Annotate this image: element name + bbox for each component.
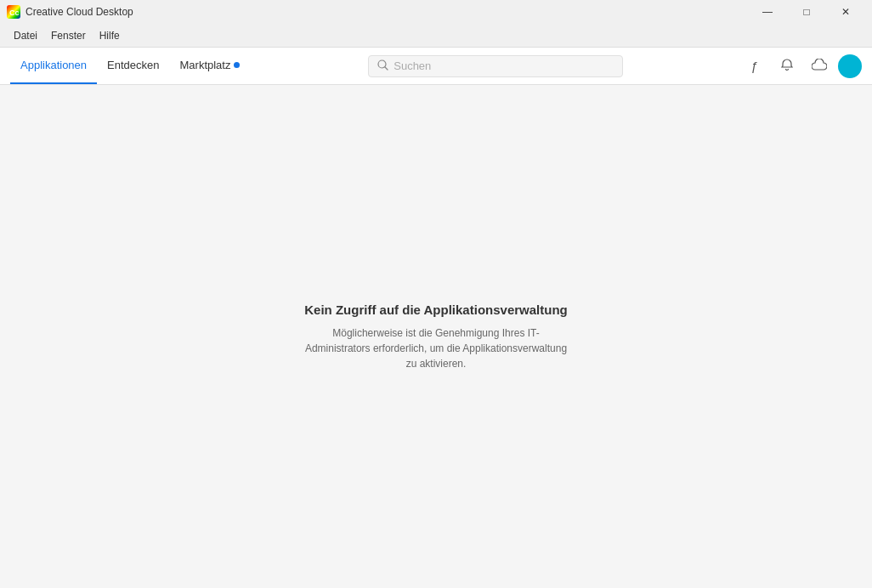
window-controls: — □ ✕	[748, 0, 865, 24]
tab-marktplatz[interactable]: Marktplatz	[170, 48, 251, 84]
close-button[interactable]: ✕	[826, 0, 865, 24]
nav-tabs: Applikationen Entdecken Marktplatz	[10, 48, 250, 84]
marktplatz-badge	[234, 62, 240, 68]
menu-item-datei[interactable]: Datei	[7, 26, 44, 45]
notifications-button[interactable]	[773, 53, 801, 80]
menu-item-hilfe[interactable]: Hilfe	[93, 26, 127, 45]
svg-text:Cc: Cc	[9, 8, 20, 17]
minimize-button[interactable]: —	[748, 0, 787, 24]
titlebar: Cc Creative Cloud Desktop — □ ✕	[0, 0, 872, 24]
search-container	[250, 55, 741, 77]
menu-item-fenster[interactable]: Fenster	[44, 26, 93, 45]
tab-applikationen[interactable]: Applikationen	[10, 48, 97, 84]
error-description: Möglicherweise ist die Genehmigung Ihres…	[300, 325, 572, 371]
tab-entdecken[interactable]: Entdecken	[97, 48, 169, 84]
user-avatar-button[interactable]	[838, 54, 862, 78]
function-icon: ƒ	[751, 59, 758, 73]
bell-icon	[780, 58, 794, 74]
menubar: Datei Fenster Hilfe	[0, 24, 872, 48]
window-title: Creative Cloud Desktop	[25, 6, 748, 18]
error-title: Kein Zugriff auf die Applikationsverwalt…	[300, 302, 572, 317]
navbar: Applikationen Entdecken Marktplatz ƒ	[0, 48, 872, 85]
app-icon: Cc	[7, 5, 20, 19]
maximize-button[interactable]: □	[787, 0, 826, 24]
svg-line-3	[385, 67, 388, 70]
search-icon	[377, 59, 388, 73]
search-input[interactable]	[394, 59, 614, 72]
main-content: Kein Zugriff auf die Applikationsverwalt…	[0, 85, 872, 588]
error-container: Kein Zugriff auf die Applikationsverwalt…	[300, 302, 572, 371]
cloud-button[interactable]	[806, 53, 833, 80]
search-wrapper	[368, 55, 623, 77]
function-button[interactable]: ƒ	[741, 53, 768, 80]
cloud-icon	[812, 59, 827, 73]
toolbar-actions: ƒ	[741, 53, 862, 80]
